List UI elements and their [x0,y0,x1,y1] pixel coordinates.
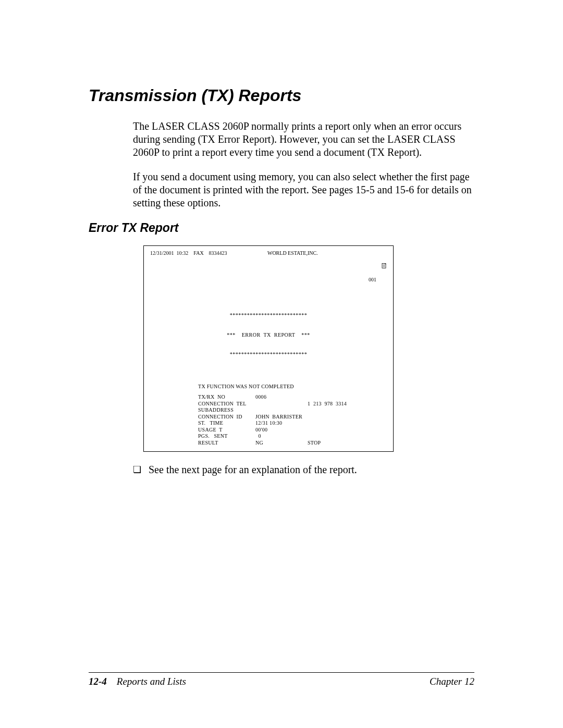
footer-line: 12-4 Reports and Lists Chapter 12 [89,676,474,687]
report-row-value: JOHN BARRISTER [255,414,308,421]
report-row-label: USAGE T [198,427,255,434]
error-tx-report-sample: 12/31/2001 10:32 FAX 8334423 WORLD ESTAT… [143,245,394,452]
footer-section: Reports and Lists [117,676,186,687]
report-header: 12/31/2001 10:32 FAX 8334423 WORLD ESTAT… [150,250,387,290]
report-header-right: 001 [358,250,387,290]
report-row-label: PGS. SENT [198,433,255,440]
note: ❏ See the next page for an explanation o… [133,463,474,476]
page-title: Transmission (TX) Reports [89,86,474,105]
report-title-stars-top: *************************** [150,312,387,319]
report-title-stars-bottom: *************************** [150,351,387,358]
report-row-label: TX/RX NO [198,394,255,401]
report-page-count: 001 [369,277,376,282]
report-row: USAGE T 00'00 [198,427,387,434]
report-row: PGS. SENT 0 [198,433,387,440]
report-row-label: CONNECTION ID [198,414,255,421]
report-row-value: NG [255,440,308,447]
footer-chapter: Chapter 12 [430,676,474,687]
report-row-value2: STOP [308,440,321,447]
page-footer: 12-4 Reports and Lists Chapter 12 [89,672,474,687]
report-header-center: WORLD ESTATE,INC. [267,250,318,290]
report-status-message: TX FUNCTION WAS NOT COMPLETED [198,384,387,390]
report-rows: TX/RX NO 0006 CONNECTION TEL 1 213 978 3… [150,394,387,446]
note-text: See the next page for an explanation of … [149,463,357,476]
report-row: CONNECTION ID JOHN BARRISTER [198,414,387,421]
report-row-value [255,401,308,408]
report-row: CONNECTION TEL 1 213 978 3314 [198,401,387,408]
report-row-value: 0 [255,433,308,440]
footer-rule [89,672,474,673]
report-row: RESULT NG STOP [198,440,387,447]
report-row: ST. TIME 12/31 10:30 [198,420,387,427]
report-row-label: CONNECTION TEL [198,401,255,408]
page-icon [369,257,387,277]
report-row-value: 0006 [255,394,308,401]
report-row-value: 00'00 [255,427,308,434]
report-header-left: 12/31/2001 10:32 FAX 8334423 [150,250,227,290]
paragraph-2: If you send a document using memory, you… [133,170,474,209]
report-row-label: RESULT [198,440,255,447]
report-row-label: ST. TIME [198,420,255,427]
report-row-value2: 1 213 978 3314 [308,401,347,408]
page: Transmission (TX) Reports The LASER CLAS… [0,0,563,728]
paragraph-1: The LASER CLASS 2060P normally prints a … [133,120,474,159]
bullet-icon: ❏ [133,463,149,476]
footer-left: 12-4 Reports and Lists [89,676,186,687]
report-row-value [255,407,308,414]
section-title: Error TX Report [89,221,474,235]
body: The LASER CLASS 2060P normally prints a … [133,120,474,209]
footer-page-number: 12-4 [89,676,107,687]
report-row-label: SUBADDRESS [198,407,255,414]
report-row: SUBADDRESS [198,407,387,414]
report-title-line: *** ERROR TX REPORT *** [150,332,387,339]
report-row-value: 12/31 10:30 [255,420,308,427]
report-title-block: *************************** *** ERROR TX… [150,299,387,371]
report-row: TX/RX NO 0006 [198,394,387,401]
